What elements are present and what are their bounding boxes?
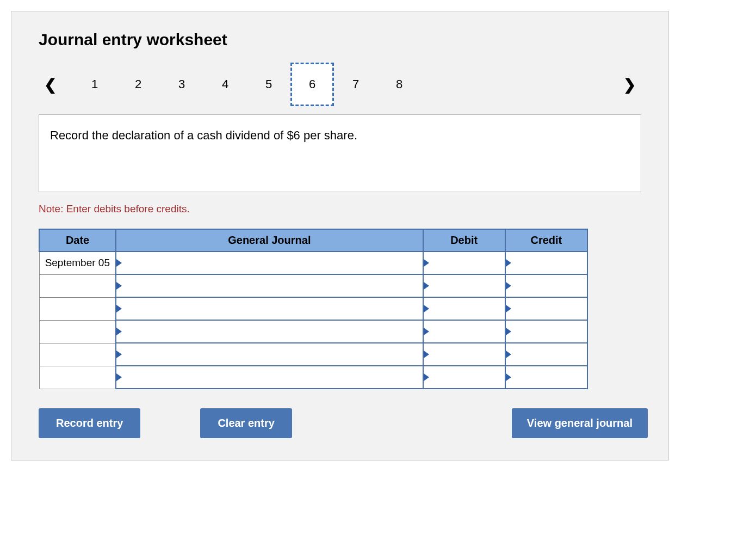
credit-cell[interactable] (505, 274, 587, 297)
dropdown-icon (424, 351, 429, 358)
table-row (39, 343, 587, 366)
table-row (39, 366, 587, 389)
clear-entry-button[interactable]: Clear entry (200, 408, 292, 438)
credit-cell[interactable] (505, 366, 587, 389)
table-row (39, 297, 587, 320)
general-journal-cell[interactable] (116, 320, 423, 343)
action-buttons: Record entry Clear entry View general jo… (39, 408, 648, 438)
debit-cell[interactable] (423, 320, 505, 343)
header-debit: Debit (423, 229, 505, 251)
page-title: Journal entry worksheet (39, 30, 641, 49)
date-cell[interactable] (39, 343, 116, 366)
step-tab-5[interactable]: 5 (247, 63, 290, 106)
header-credit: Credit (505, 229, 587, 251)
dropdown-icon (424, 305, 429, 312)
nav-prev-icon[interactable]: ❮ (39, 76, 62, 94)
step-nav: ❮ 12345678 ❯ (39, 63, 641, 106)
debit-cell[interactable] (423, 274, 505, 297)
general-journal-cell[interactable] (116, 274, 423, 297)
dropdown-icon (506, 351, 511, 358)
general-journal-cell[interactable] (116, 297, 423, 320)
general-journal-cell[interactable] (116, 343, 423, 366)
credit-cell[interactable] (505, 320, 587, 343)
dropdown-icon (116, 259, 122, 267)
note-text: Note: Enter debits before credits. (39, 203, 641, 215)
date-cell[interactable] (39, 320, 116, 343)
debit-cell[interactable] (423, 343, 505, 366)
view-general-journal-button[interactable]: View general journal (512, 408, 648, 438)
dropdown-icon (116, 328, 122, 335)
dropdown-icon (506, 305, 511, 312)
record-entry-button[interactable]: Record entry (39, 408, 140, 438)
step-tabs: 12345678 (73, 63, 421, 106)
dropdown-icon (116, 282, 122, 290)
table-row (39, 274, 587, 297)
nav-next-icon[interactable]: ❯ (618, 76, 641, 94)
debit-cell[interactable] (423, 251, 505, 274)
dropdown-icon (424, 282, 429, 290)
debit-cell[interactable] (423, 366, 505, 389)
step-tab-4[interactable]: 4 (203, 63, 247, 106)
dropdown-icon (116, 305, 122, 312)
date-cell[interactable]: September 05 (39, 251, 116, 274)
journal-tbody: September 05 (39, 251, 587, 389)
dropdown-icon (116, 373, 122, 381)
header-general-journal: General Journal (116, 229, 423, 251)
date-cell[interactable] (39, 366, 116, 389)
date-cell[interactable] (39, 274, 116, 297)
dropdown-icon (506, 282, 511, 290)
step-tab-1[interactable]: 1 (73, 63, 116, 106)
journal-table: Date General Journal Debit Credit Septem… (39, 229, 588, 389)
dropdown-icon (424, 328, 429, 335)
instruction-box: Record the declaration of a cash dividen… (39, 114, 641, 192)
dropdown-icon (506, 259, 511, 267)
date-cell[interactable] (39, 297, 116, 320)
dropdown-icon (116, 351, 122, 358)
debit-cell[interactable] (423, 297, 505, 320)
credit-cell[interactable] (505, 343, 587, 366)
table-row (39, 320, 587, 343)
dropdown-icon (506, 328, 511, 335)
dropdown-icon (506, 373, 511, 381)
step-tab-8[interactable]: 8 (377, 63, 421, 106)
general-journal-cell[interactable] (116, 251, 423, 274)
step-tab-6[interactable]: 6 (290, 63, 334, 106)
journal-worksheet-panel: Journal entry worksheet ❮ 12345678 ❯ Rec… (11, 11, 669, 461)
header-date: Date (39, 229, 116, 251)
table-row: September 05 (39, 251, 587, 274)
credit-cell[interactable] (505, 297, 587, 320)
credit-cell[interactable] (505, 251, 587, 274)
step-tab-2[interactable]: 2 (116, 63, 160, 106)
dropdown-icon (424, 259, 429, 267)
dropdown-icon (424, 373, 429, 381)
step-tab-3[interactable]: 3 (160, 63, 203, 106)
general-journal-cell[interactable] (116, 366, 423, 389)
step-tab-7[interactable]: 7 (334, 63, 377, 106)
